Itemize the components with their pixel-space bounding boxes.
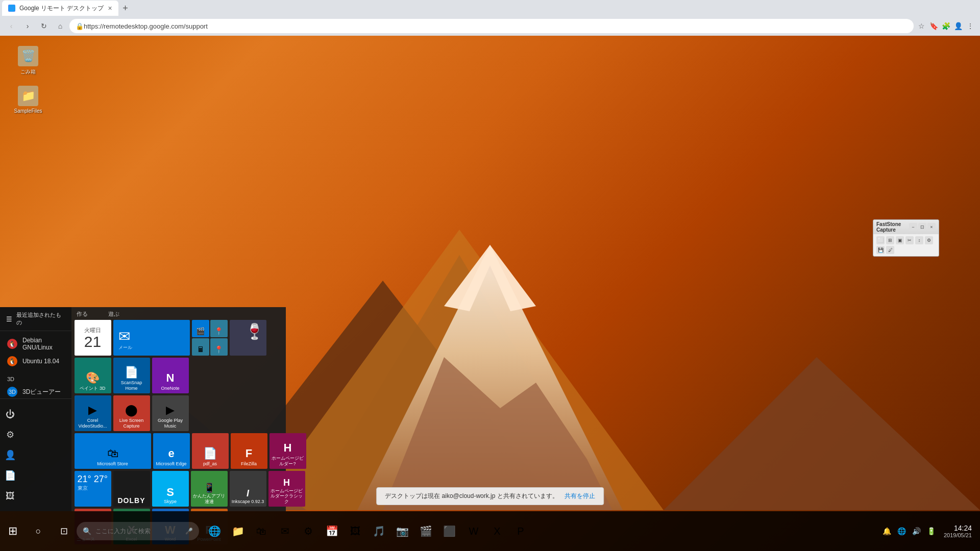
- file-explorer-icon: 📁: [232, 525, 244, 537]
- mail-tile[interactable]: ✉ メール: [113, 320, 190, 356]
- app-item-ubuntu[interactable]: 🐧 Ubuntu 18.04: [0, 354, 71, 369]
- avatar-icon[interactable]: 👤: [952, 20, 964, 32]
- ms-edge-tile[interactable]: e Microsoft Edge: [153, 433, 190, 469]
- faststone-capture-rect-btn[interactable]: ▣: [896, 236, 904, 244]
- faststone-close-btn[interactable]: ×: [927, 223, 936, 231]
- network-icon[interactable]: 🌐: [895, 526, 908, 536]
- pocket-icon[interactable]: 🔖: [928, 20, 939, 32]
- taskbar-word-icon[interactable]: W: [462, 520, 485, 542]
- url-text: https://remotedesktop.google.com/support: [84, 22, 208, 30]
- home-button[interactable]: ⌂: [53, 19, 67, 33]
- stop-sharing-button[interactable]: 共有を停止: [565, 492, 595, 500]
- corel-video-tile[interactable]: ▶ Corel VideoStudio...: [75, 395, 111, 431]
- tab-close-button[interactable]: ×: [108, 4, 112, 12]
- tab-bar: 🌐 Google リモート デスクトップ × +: [0, 0, 980, 16]
- live-screen-tile[interactable]: ⬤ Live Screen Capture: [113, 395, 150, 431]
- back-button[interactable]: ‹: [4, 19, 18, 33]
- paint3d-tile[interactable]: 🎨 ペイント 3D: [75, 358, 111, 393]
- reload-button[interactable]: ↻: [37, 19, 51, 33]
- weather-tile[interactable]: 21° 27° 東京: [75, 471, 111, 507]
- taskbar-photos-icon[interactable]: 🖼: [344, 520, 366, 542]
- desktop-icon-files[interactable]: 📁 SampleFiles: [10, 86, 46, 114]
- documents-icon[interactable]: 📄: [0, 465, 20, 486]
- homepage-tile[interactable]: H ホームページビルダー?: [270, 433, 306, 469]
- search-box[interactable]: 🔍 🎤: [77, 522, 199, 540]
- active-tab[interactable]: 🌐 Google リモート デスクトップ ×: [2, 1, 118, 16]
- menu-icon[interactable]: ⋮: [965, 20, 976, 32]
- skype-icon: S: [166, 486, 174, 499]
- taskbar-ppt-icon[interactable]: P: [509, 520, 532, 542]
- taskbar-calendar-icon[interactable]: 📅: [321, 520, 343, 542]
- forward-button[interactable]: ›: [20, 19, 35, 33]
- movies-small-tile[interactable]: 🎬: [192, 320, 209, 337]
- ms-store-tile[interactable]: 🛍 Microsoft Store: [75, 433, 151, 469]
- extensions-icon[interactable]: 🧩: [940, 20, 951, 32]
- maps-small-tile[interactable]: 📍: [210, 320, 228, 337]
- taskbar-terminal-icon[interactable]: ⬛: [438, 520, 460, 542]
- corel-video-icon: ▶: [88, 404, 97, 417]
- ms-edge-icon: e: [168, 447, 174, 460]
- taskbar-camera-icon[interactable]: 📷: [391, 520, 413, 542]
- address-bar[interactable]: 🔒 https://remotedesktop.google.com/suppo…: [69, 19, 914, 33]
- filezilla-tile[interactable]: F FileZilla: [231, 433, 267, 469]
- search-input[interactable]: [95, 528, 181, 535]
- homepage-classic-tile[interactable]: H ホームページビルダークラシック: [268, 471, 305, 507]
- battery-icon[interactable]: 🔋: [925, 526, 938, 536]
- taskbar-music-icon[interactable]: 🎵: [368, 520, 390, 542]
- scansnap-tile[interactable]: 📄 ScanSnap Home: [113, 358, 150, 393]
- faststone-capture-full-btn[interactable]: ⬜: [876, 236, 885, 244]
- inkscape-label: Inkscape 0.92.3: [232, 499, 264, 505]
- calc-small-tile[interactable]: 🖩: [192, 338, 209, 356]
- faststone-capture-scroll-btn[interactable]: ↕: [915, 236, 923, 244]
- notification-area-icon[interactable]: 🔔: [880, 526, 893, 536]
- inkscape-tile[interactable]: I Inkscape 0.92.3: [230, 471, 266, 507]
- dolby-label: DOLBY: [118, 496, 145, 505]
- faststone-minimize-btn[interactable]: −: [909, 223, 917, 231]
- music-taskbar-icon: 🎵: [373, 525, 385, 537]
- faststone-annotate-btn[interactable]: 🖊: [886, 246, 894, 254]
- faststone-restore-btn[interactable]: ⊡: [918, 223, 926, 231]
- task-view-button[interactable]: ⊡: [51, 511, 77, 551]
- taskbar-explorer-icon[interactable]: 📁: [227, 520, 249, 542]
- pictures-icon[interactable]: 🖼: [0, 486, 20, 506]
- bookmark-star-icon[interactable]: ☆: [916, 20, 927, 32]
- power-icon[interactable]: ⏻: [0, 404, 20, 424]
- system-clock[interactable]: 14:24 2019/05/21: [940, 524, 976, 538]
- taskbar-chrome-icon[interactable]: 🌐: [203, 520, 226, 542]
- start-menu: ☰ 最近追加されたもの 🐧 Debian GNU/Linux 🐧 Ubuntu …: [0, 307, 286, 511]
- faststone-settings-btn[interactable]: ⚙: [925, 236, 933, 244]
- pdf-as-tile[interactable]: 📄 pdf_as: [192, 433, 229, 469]
- app-item-debian[interactable]: 🐧 Debian GNU/Linux: [0, 334, 71, 354]
- faststone-capture-freehand-btn[interactable]: ✂: [905, 236, 914, 244]
- faststone-save-btn[interactable]: 💾: [876, 246, 885, 254]
- calendar-tile[interactable]: 火曜日 21: [75, 320, 111, 356]
- settings-icon[interactable]: ⚙: [0, 424, 20, 445]
- dolby-tile[interactable]: DOLBY: [113, 471, 150, 507]
- windows-logo-icon: ⊞: [8, 524, 17, 538]
- onenote-tile[interactable]: N OneNote: [152, 358, 189, 393]
- user-icon[interactable]: 👤: [0, 445, 20, 465]
- ms-edge-label: Microsoft Edge: [156, 461, 186, 467]
- taskbar-settings-icon[interactable]: ⚙: [297, 520, 320, 542]
- wine-tile[interactable]: 🍷: [230, 320, 266, 356]
- new-tab-button[interactable]: +: [118, 1, 133, 15]
- volume-icon[interactable]: 🔊: [910, 526, 923, 536]
- taskbar-video-icon[interactable]: 🎬: [414, 520, 437, 542]
- cortana-button[interactable]: ○: [26, 511, 51, 551]
- google-play-tile[interactable]: ▶ Google Play Music: [152, 395, 189, 431]
- excel-taskbar-icon: X: [494, 525, 500, 537]
- app-item-3d-viewer[interactable]: 3D 3Dビューアー: [0, 384, 71, 398]
- start-button[interactable]: ⊞: [0, 511, 26, 551]
- location-small-tile[interactable]: 📍: [210, 338, 228, 356]
- search-icon: 🔍: [83, 527, 91, 535]
- desktop-icon-recycle[interactable]: 🗑️ ごみ箱: [10, 46, 46, 76]
- taskbar-store-icon[interactable]: 🛍: [250, 520, 273, 542]
- taskbar-mail-icon[interactable]: ✉: [274, 520, 296, 542]
- google-play-icon: ▶: [166, 404, 175, 417]
- skype-tile[interactable]: S Skype: [152, 471, 189, 507]
- kantan-tile[interactable]: 📱 かんたんアプリ連連: [191, 471, 228, 507]
- faststone-capture-window-btn[interactable]: ⊞: [886, 236, 894, 244]
- taskbar-excel-icon[interactable]: X: [486, 520, 508, 542]
- sharing-notification: デスクトップは現在 aiko@cloud-work.jp と共有されています。 …: [376, 487, 604, 505]
- faststone-window-controls: − ⊡ ×: [909, 223, 936, 231]
